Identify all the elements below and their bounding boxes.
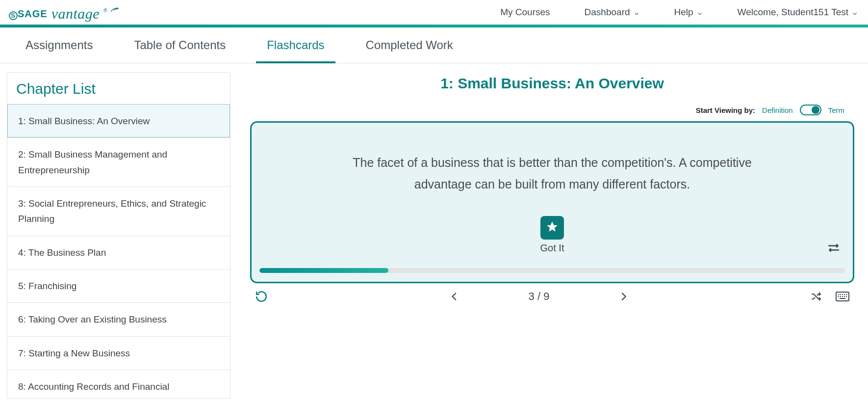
nav-help-label: Help xyxy=(674,7,693,18)
flashcard[interactable]: The facet of a business that is better t… xyxy=(250,121,854,283)
nav-help[interactable]: Help xyxy=(674,7,703,18)
tab-flashcards[interactable]: Flashcards xyxy=(261,38,330,63)
flashcard-text: The facet of a business that is better t… xyxy=(341,152,763,195)
chevron-down-icon xyxy=(851,9,858,16)
section-tabs: Assignments Table of Contents Flashcards… xyxy=(0,27,868,63)
brand-vantage: vantage xyxy=(51,5,100,22)
flashcard-progress xyxy=(259,268,845,273)
nav-my-courses-label: My Courses xyxy=(500,7,550,18)
brand-bird-icon xyxy=(110,6,119,15)
chapter-item[interactable]: 5: Franchising xyxy=(7,269,230,302)
definition-term-toggle[interactable] xyxy=(800,105,821,115)
nav-welcome-label: Welcome, Student151 Test xyxy=(738,7,848,18)
chapter-item[interactable]: 6: Taking Over an Existing Business xyxy=(7,302,230,336)
flashcard-heading: 1: Small Business: An Overview xyxy=(250,75,854,92)
flashcard-progress-fill xyxy=(259,268,388,273)
card-counter: 3 / 9 xyxy=(529,290,550,303)
toggle-knob xyxy=(812,106,819,114)
next-card-button[interactable] xyxy=(618,291,629,302)
chapter-sidebar: Chapter List 1: Small Business: An Overv… xyxy=(0,63,230,399)
start-viewing-row: Start Viewing by: Definition Term xyxy=(250,105,854,115)
chapter-item-label: 6: Taking Over an Existing Business xyxy=(18,314,167,324)
brand-registered: ® xyxy=(103,8,107,13)
svg-marker-0 xyxy=(547,221,558,232)
flashcard-panel: 1: Small Business: An Overview Start Vie… xyxy=(230,63,868,399)
tab-assignments[interactable]: Assignments xyxy=(20,38,99,63)
prev-card-button[interactable] xyxy=(449,291,460,302)
chapter-item[interactable]: 8: Accounting Records and Financial xyxy=(7,370,230,398)
chapter-item-label: 1: Small Business: An Overview xyxy=(18,116,150,126)
brand-logo[interactable]: SSAGE vantage ® xyxy=(9,4,120,21)
chapter-item-label: 7: Starting a New Business xyxy=(18,348,130,358)
got-it-label: Got It xyxy=(540,242,564,254)
brand-sage: SSAGE xyxy=(9,8,48,20)
tab-completed-label: Completed Work xyxy=(366,38,453,52)
tab-flashcards-label: Flashcards xyxy=(267,38,324,52)
main-area: Chapter List 1: Small Business: An Overv… xyxy=(0,63,868,399)
chapter-list-title: Chapter List xyxy=(7,73,230,104)
tab-completed-work[interactable]: Completed Work xyxy=(360,38,459,63)
chapter-item[interactable]: 2: Small Business Management and Entrepr… xyxy=(7,137,230,187)
start-viewing-label: Start Viewing by: xyxy=(696,106,755,114)
chapter-item[interactable]: 3: Social Entrepreneurs, Ethics, and Str… xyxy=(7,187,230,236)
chapter-item[interactable]: 7: Starting a New Business xyxy=(7,336,230,370)
keyboard-button[interactable] xyxy=(836,291,849,302)
chapter-item[interactable]: 4: The Business Plan xyxy=(7,236,230,269)
nav-dashboard-label: Dashboard xyxy=(585,7,630,18)
chapter-item-label: 5: Franchising xyxy=(18,281,77,291)
brand-sage-text: SAGE xyxy=(18,8,48,19)
shuffle-button[interactable] xyxy=(810,291,822,302)
restart-button[interactable] xyxy=(255,290,268,303)
chevron-down-icon xyxy=(696,9,703,16)
tab-table-of-contents[interactable]: Table of Contents xyxy=(128,38,231,63)
chevron-down-icon xyxy=(633,9,640,16)
chapter-list-box: Chapter List 1: Small Business: An Overv… xyxy=(7,72,230,399)
brand-s-ring-icon: S xyxy=(9,11,18,20)
nav-dashboard[interactable]: Dashboard xyxy=(585,7,640,18)
star-icon xyxy=(546,220,559,235)
chapter-item-label: 8: Accounting Records and Financial xyxy=(18,381,169,392)
view-by-term[interactable]: Term xyxy=(828,106,844,114)
flip-card-icon[interactable] xyxy=(827,242,840,255)
chapter-item-label: 4: The Business Plan xyxy=(18,247,106,258)
tab-assignments-label: Assignments xyxy=(26,38,93,52)
flashcard-controls: 3 / 9 xyxy=(250,290,854,306)
got-it-group: Got It xyxy=(540,216,564,254)
chapter-item[interactable]: 1: Small Business: An Overview xyxy=(7,104,230,137)
nav-welcome-user[interactable]: Welcome, Student151 Test xyxy=(738,7,858,18)
top-nav: My Courses Dashboard Help Welcome, Stude… xyxy=(500,7,858,18)
view-by-definition[interactable]: Definition xyxy=(762,106,793,114)
nav-my-courses[interactable]: My Courses xyxy=(500,7,550,18)
top-header: SSAGE vantage ® My Courses Dashboard Hel… xyxy=(0,0,868,27)
got-it-button[interactable] xyxy=(540,216,564,240)
chapter-item-label: 3: Social Entrepreneurs, Ethics, and Str… xyxy=(18,198,206,224)
chapter-item-label: 2: Small Business Management and Entrepr… xyxy=(18,149,167,175)
tab-toc-label: Table of Contents xyxy=(134,38,226,52)
